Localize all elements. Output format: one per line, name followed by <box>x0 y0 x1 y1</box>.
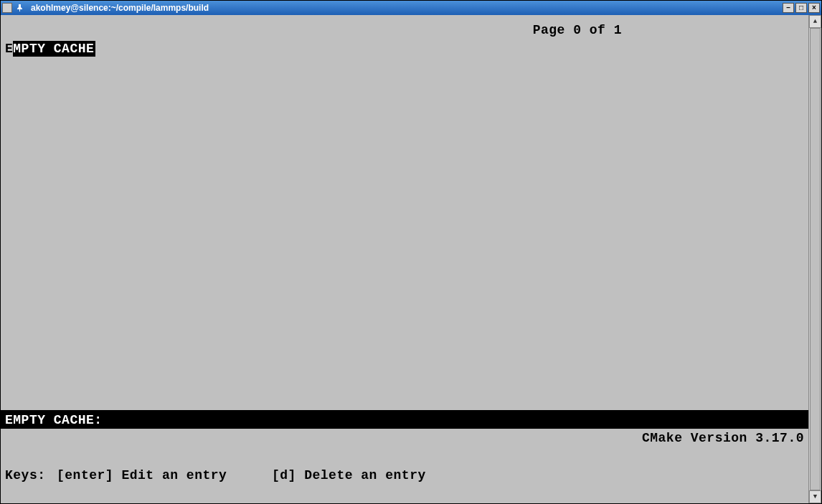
vertical-scrollbar[interactable]: ▲ ▼ <box>808 15 821 503</box>
empty-cache-entry[interactable]: EMPTY CACHE <box>5 39 95 58</box>
page-indicator: Page 0 of 1 <box>533 21 622 39</box>
window-controls: – □ × <box>783 3 820 13</box>
window-menu-icon[interactable] <box>2 3 12 13</box>
status-bar: EMPTY CACHE: <box>1 410 808 429</box>
key-enter: [enter] Edit an entry <box>57 466 272 485</box>
key-d: [d] Delete an entry <box>272 466 804 485</box>
cache-rest: MPTY CACHE <box>13 41 95 57</box>
terminal-window: akohlmey@silence:~/compile/lammps/build … <box>0 0 822 504</box>
scroll-thumb[interactable] <box>810 28 821 490</box>
maximize-button[interactable]: □ <box>795 3 807 13</box>
scroll-down-button[interactable]: ▼ <box>809 490 821 503</box>
pin-icon[interactable] <box>15 3 25 13</box>
content-wrap: Page 0 of 1 EMPTY CACHE EMPTY CACHE: CMa… <box>1 15 821 503</box>
window-title: akohlmey@silence:~/compile/lammps/build <box>31 3 209 13</box>
minimize-button[interactable]: – <box>783 3 794 13</box>
terminal-area[interactable]: Page 0 of 1 EMPTY CACHE EMPTY CACHE: CMa… <box>1 15 808 503</box>
scroll-track[interactable] <box>809 28 821 490</box>
keys-help: Keys:[enter] Edit an entry[d] Delete an … <box>5 429 804 503</box>
close-button[interactable]: × <box>808 3 820 13</box>
window-titlebar[interactable]: akohlmey@silence:~/compile/lammps/build … <box>1 1 821 15</box>
scroll-up-button[interactable]: ▲ <box>809 15 821 28</box>
titlebar-left: akohlmey@silence:~/compile/lammps/build <box>2 3 209 13</box>
cache-first-char: E <box>5 42 13 56</box>
keys-label: Keys: <box>5 466 57 485</box>
